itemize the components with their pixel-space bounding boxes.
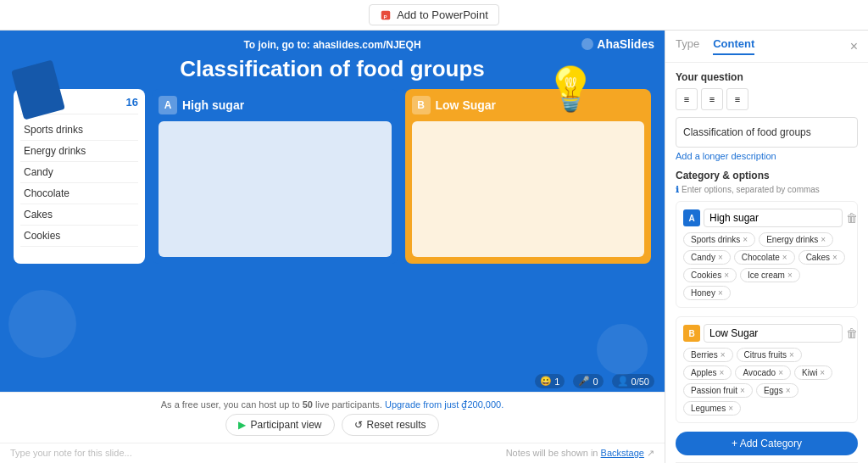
list-item: Energy drinks — [20, 141, 138, 162]
remove-honey[interactable]: × — [718, 288, 723, 298]
remove-ice-cream[interactable]: × — [787, 271, 793, 280]
tag-energy-drinks: Energy drinks× — [759, 232, 833, 247]
ppt-icon: P — [380, 9, 392, 21]
svg-point-2 — [581, 38, 593, 50]
list-item: Sports drinks — [20, 120, 138, 141]
list-item: Cookies — [20, 226, 138, 247]
your-question-label: Your question — [676, 71, 858, 83]
remove-legumes[interactable]: × — [728, 404, 733, 413]
remove-candy[interactable]: × — [718, 253, 723, 262]
cat-header-b: B Low Sugar — [412, 96, 645, 114]
right-panel: Type Content × Your question ≡ ≡ ≡ Add a… — [665, 31, 868, 463]
remove-cookies[interactable]: × — [724, 271, 729, 280]
category-card-a: A High sugar — [152, 89, 398, 264]
tag-cakes: Cakes× — [798, 250, 845, 265]
tag-ice-cream: Ice cream× — [740, 268, 800, 282]
tag-legumes: Legumes× — [683, 401, 741, 416]
cat-letter-a: A — [159, 96, 177, 114]
cat-input-row-b: B 🗑 — [683, 324, 850, 343]
remove-passion-fruit[interactable]: × — [740, 386, 745, 395]
info-icon: ℹ — [676, 185, 679, 194]
main-layout: 💡 AhaSlides To join, go to: ahaslides.co… — [0, 31, 868, 463]
tag-eggs: Eggs× — [756, 383, 798, 398]
remove-eggs[interactable]: × — [786, 386, 791, 395]
cat-name-input-b[interactable] — [704, 324, 843, 343]
mic-count: 🎤 0 — [573, 374, 603, 388]
reset-results-button[interactable]: ↺ Reset results — [342, 414, 439, 436]
slide-title: Classification of food groups — [163, 56, 502, 82]
slide-join-text: To join, go to: ahaslides.com/NJEQH — [243, 39, 420, 51]
delete-category-a-button[interactable]: 🗑 — [846, 211, 858, 225]
align-right-button[interactable]: ≡ — [726, 88, 748, 110]
tag-cookies: Cookies× — [683, 268, 737, 282]
cat-drop-area-b[interactable] — [412, 121, 645, 257]
tab-content[interactable]: Content — [713, 37, 754, 55]
panel-body: Your question ≡ ≡ ≡ Add a longer descrip… — [665, 63, 868, 463]
tags-area-b: Berries× Citrus fruits× Apples× Avocado×… — [683, 348, 850, 416]
remove-citrus[interactable]: × — [789, 350, 794, 360]
remove-apples[interactable]: × — [720, 368, 725, 377]
category-section-b: B 🗑 Berries× Citrus fruits× Apples× Avoc… — [676, 316, 858, 423]
add-description-link[interactable]: Add a longer description — [676, 151, 858, 161]
category-section-a: A 🗑 Sports drinks× Energy drinks× Candy×… — [676, 201, 858, 308]
cat-badge-a: A — [683, 209, 700, 226]
note-bar: Type your note for this slide... Notes w… — [0, 443, 665, 463]
tag-candy: Candy× — [683, 250, 731, 265]
tag-avocado: Avocado× — [735, 365, 791, 380]
deco-shape2 — [597, 324, 648, 375]
top-bar: P Add to PowerPoint — [0, 0, 868, 31]
cards-row: Options 16 Sports drinks Energy drinks C… — [0, 89, 665, 264]
remove-energy-drinks[interactable]: × — [821, 235, 826, 244]
controls-btns: ▶ Participant view ↺ Reset results — [225, 414, 438, 436]
cat-header-a: A High sugar — [159, 96, 392, 114]
cat-drop-area-a[interactable] — [159, 121, 392, 257]
emoji-count: 😀 1 — [535, 374, 565, 388]
svg-text:P: P — [384, 13, 387, 19]
upgrade-text: As a free user, you can host up to 50 li… — [161, 399, 504, 410]
remove-avocado[interactable]: × — [778, 368, 783, 377]
slide-area: 💡 AhaSlides To join, go to: ahaslides.co… — [0, 31, 665, 463]
cat-letter-b: B — [412, 96, 431, 114]
category-options-title: Category & options — [676, 170, 858, 181]
remove-kiwi[interactable]: × — [820, 368, 825, 377]
panel-tabs: Type Content — [676, 37, 754, 55]
tag-kiwi: Kiwi× — [794, 365, 832, 380]
ahaslides-icon — [581, 38, 593, 50]
list-item: Candy — [20, 162, 138, 183]
add-to-ppt-button[interactable]: P Add to PowerPoint — [369, 4, 499, 25]
upgrade-link[interactable]: Upgrade from just ₫200,000. — [385, 399, 504, 410]
remove-berries[interactable]: × — [721, 350, 726, 360]
tab-type[interactable]: Type — [676, 37, 699, 55]
participant-view-button[interactable]: ▶ Participant view — [225, 414, 334, 436]
list-item: Chocolate — [20, 183, 138, 204]
align-center-button[interactable]: ≡ — [701, 88, 723, 110]
remove-sports-drinks[interactable]: × — [743, 235, 748, 244]
cat-badge-b: B — [683, 325, 700, 342]
delete-category-b-button[interactable]: 🗑 — [846, 326, 858, 340]
cat-title-a: High sugar — [182, 98, 244, 112]
tag-berries: Berries× — [683, 348, 733, 362]
align-left-button[interactable]: ≡ — [676, 88, 698, 110]
external-link-icon: ↗ — [647, 448, 654, 458]
tag-passion-fruit: Passion fruit× — [683, 383, 753, 398]
tag-sports-drinks: Sports drinks× — [683, 232, 755, 247]
tag-apples: Apples× — [683, 365, 732, 380]
tag-honey: Honey× — [683, 286, 731, 300]
list-item: Cakes — [20, 204, 138, 226]
remove-chocolate[interactable]: × — [782, 253, 787, 262]
backstage-link[interactable]: Backstage — [601, 448, 644, 458]
reset-icon: ↺ — [354, 419, 363, 431]
panel-header: Type Content × — [665, 31, 868, 63]
deco-lightbulb: 💡 — [544, 64, 597, 114]
cat-name-input-a[interactable] — [704, 209, 843, 227]
close-button[interactable]: × — [850, 39, 858, 54]
cat-input-row-a: A 🗑 — [683, 209, 850, 227]
category-card-b: B Low Sugar — [405, 89, 652, 264]
people-count: 👤 0/50 — [612, 374, 654, 388]
remove-cakes[interactable]: × — [832, 253, 837, 262]
deco-shape1 — [8, 290, 76, 358]
tags-area-a: Sports drinks× Energy drinks× Candy× Cho… — [683, 232, 850, 300]
format-buttons: ≡ ≡ ≡ — [676, 88, 858, 110]
add-category-button[interactable]: + Add Category — [676, 432, 858, 455]
question-input[interactable] — [676, 117, 858, 148]
